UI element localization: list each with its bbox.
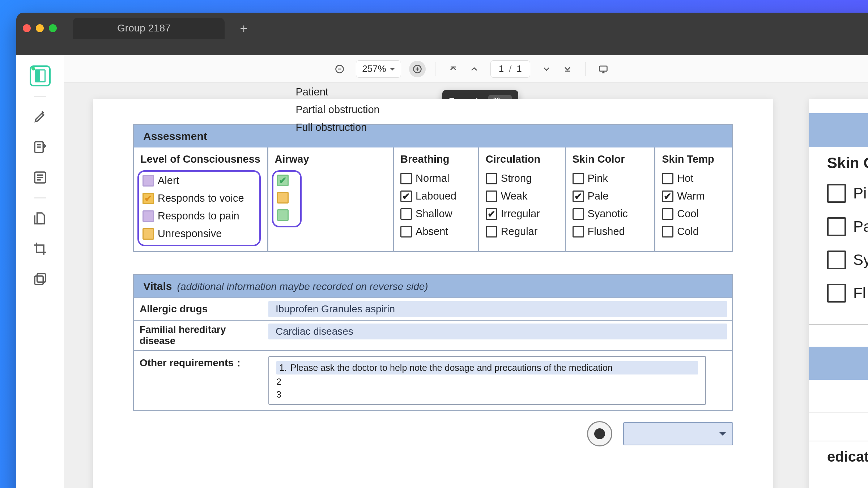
sidebar-separator (34, 197, 46, 198)
opt-normal[interactable]: Normal (400, 172, 472, 184)
opt-warm[interactable]: ✔Warm (662, 190, 726, 202)
checkbox[interactable] (142, 175, 154, 187)
opt-cold[interactable]: Cold (662, 226, 726, 237)
pages-icon[interactable] (30, 208, 51, 229)
duplicate-icon[interactable] (30, 269, 51, 290)
opt-label: Pa (853, 218, 868, 235)
opt-irregular[interactable]: ✔Irregular (486, 208, 558, 220)
side-opt[interactable]: Sy (827, 251, 868, 269)
checkbox[interactable] (486, 226, 497, 237)
checkbox[interactable] (486, 173, 497, 184)
checkbox[interactable] (827, 184, 846, 203)
zoom-select[interactable]: 257% (356, 60, 401, 78)
opt-full-obstruction[interactable] (277, 209, 297, 221)
opt-responds-voice[interactable]: ✔ Responds to voice (142, 192, 256, 204)
first-page-button[interactable] (445, 61, 461, 77)
fullscreen-window-button[interactable] (49, 24, 57, 32)
last-page-button[interactable] (559, 61, 576, 77)
side-opt[interactable]: Fl (827, 284, 868, 303)
opt-hot[interactable]: Hot (662, 172, 726, 184)
sidebar-separator (34, 96, 46, 97)
side-opt[interactable]: Pa (827, 217, 868, 236)
opt-label: Pi (853, 185, 867, 202)
dropdown-select[interactable] (623, 422, 733, 445)
opt-cool[interactable]: Cool (662, 208, 726, 220)
zoom-in-button[interactable] (409, 61, 426, 77)
opt-laboued[interactable]: ✔Laboued (400, 190, 472, 202)
checkbox[interactable] (662, 173, 673, 184)
page-current: 1 (499, 63, 504, 74)
opt-weak[interactable]: Weak (486, 190, 558, 202)
opt-strong[interactable]: Strong (486, 172, 558, 184)
opt-partial-obstruction[interactable] (277, 192, 297, 204)
checkbox[interactable] (277, 209, 289, 221)
next-page-button[interactable] (538, 61, 555, 77)
page-total: 1 (516, 63, 522, 74)
content: 257% 1 / 1 (64, 55, 868, 488)
opt-patient[interactable]: ✔ (277, 175, 297, 186)
checkbox[interactable] (573, 226, 584, 237)
checkbox[interactable] (400, 173, 412, 184)
opt-label: Unresponsive (158, 228, 222, 240)
zoom-out-button[interactable] (331, 61, 348, 77)
checkbox[interactable]: ✔ (662, 191, 673, 202)
prev-page-button[interactable] (466, 61, 482, 77)
radio-button[interactable] (587, 421, 612, 446)
page-indicator[interactable]: 1 / 1 (490, 60, 530, 78)
checkbox[interactable]: ✔ (573, 191, 584, 202)
checkbox[interactable]: ✔ (142, 193, 154, 204)
highlighter-icon[interactable] (30, 106, 51, 127)
checkbox[interactable] (573, 208, 584, 220)
opt-label: Patient (296, 86, 380, 98)
other-requirements-textarea[interactable]: 1.Please ask the doctor to help note the… (268, 356, 706, 405)
close-window-button[interactable] (23, 24, 31, 32)
opt-absent[interactable]: Absent (400, 226, 472, 237)
opt-label: Full obstruction (296, 121, 380, 133)
checkbox[interactable] (827, 217, 846, 236)
opt-unresponsive[interactable]: Unresponsive (142, 228, 256, 240)
opt-label: Absent (416, 226, 448, 237)
annotate-icon[interactable] (30, 137, 51, 158)
checkbox[interactable] (573, 173, 584, 184)
checkbox[interactable] (400, 208, 412, 220)
col-header: Breathing (400, 152, 472, 167)
page-separator: / (509, 63, 511, 74)
opt-label: Fl (853, 284, 866, 302)
checkbox[interactable]: ✔ (486, 208, 497, 220)
checkbox[interactable] (827, 284, 846, 303)
checkbox[interactable] (142, 210, 154, 222)
form-icon[interactable] (30, 167, 51, 188)
opt-label: Warm (677, 190, 705, 202)
checkbox[interactable] (662, 226, 673, 237)
opt-label: Alert (158, 175, 179, 187)
opt-shallow[interactable]: Shallow (400, 208, 472, 220)
opt-responds-pain[interactable]: Responds to pain (142, 210, 256, 222)
new-tab-button[interactable]: ＋ (236, 21, 251, 36)
titlebar: Group 2187 ＋ (16, 13, 868, 44)
checkbox[interactable] (277, 192, 289, 204)
checkbox[interactable] (486, 191, 497, 202)
opt-regular[interactable]: Regular (486, 226, 558, 237)
opt-pink[interactable]: Pink (573, 172, 648, 184)
checkbox[interactable]: ✔ (400, 191, 412, 202)
minimize-window-button[interactable] (36, 24, 44, 32)
checkbox[interactable] (400, 226, 412, 237)
present-icon[interactable] (595, 61, 612, 77)
sidebar (16, 55, 64, 488)
opt-syanotic[interactable]: Syanotic (573, 208, 648, 220)
opt-alert[interactable]: Alert (142, 175, 256, 187)
tab-group-2187[interactable]: Group 2187 (73, 18, 225, 39)
field-hereditary[interactable]: Cardiac diseases (268, 324, 727, 339)
col-level-of-consciousness: Level of Consciousness Alert ✔ (134, 147, 268, 251)
field-allergic[interactable]: Ibuprofen Granules aspirin (268, 301, 727, 317)
opt-flushed[interactable]: Flushed (573, 226, 648, 237)
opt-pale[interactable]: ✔Pale (573, 190, 648, 202)
checkbox[interactable] (827, 251, 846, 269)
crop-icon[interactable] (30, 238, 51, 259)
label-allergic: Allergic drugs (134, 298, 263, 320)
checkbox[interactable]: ✔ (277, 175, 289, 186)
side-opt[interactable]: Pi (827, 184, 868, 203)
checkbox[interactable] (142, 228, 154, 240)
checkbox[interactable] (662, 208, 673, 220)
opt-label: Pale (588, 190, 609, 202)
